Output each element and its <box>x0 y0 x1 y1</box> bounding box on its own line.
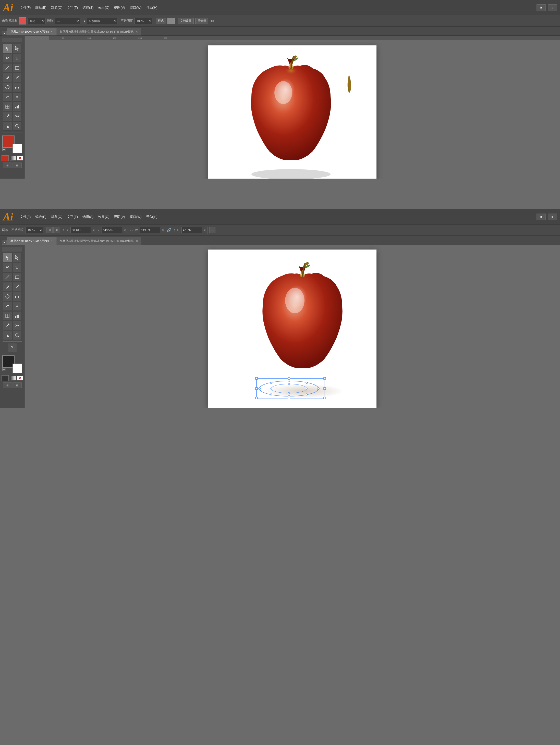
mesh-tool-2[interactable] <box>3 311 12 320</box>
menu-edit-2[interactable]: 编辑(E) <box>35 215 46 219</box>
tab-2-file1[interactable]: 苹果.ai* @ 100% (CMYK/预览) ✕ <box>7 237 56 245</box>
opacity-dropdown-1[interactable]: 100% <box>134 18 152 24</box>
blend-tool[interactable] <box>12 112 22 121</box>
swap-colors-btn-2[interactable]: ⇄ <box>2 368 6 371</box>
menu-file-2[interactable]: 文件(F) <box>20 215 31 219</box>
blend-tool-2[interactable] <box>12 321 22 330</box>
normal-mode-btn-2[interactable] <box>2 375 9 381</box>
workspace-btn[interactable]: ≡ <box>548 4 557 11</box>
menu-effect-1[interactable]: 效果(C) <box>98 5 109 10</box>
preferences-btn[interactable]: 首选项 <box>195 18 208 24</box>
normal-mode-btn[interactable] <box>2 155 9 161</box>
hand-tool[interactable] <box>3 122 12 131</box>
direct-selection-tool[interactable] <box>12 44 22 53</box>
width-tool-2[interactable] <box>12 301 22 311</box>
pencil-tool[interactable] <box>3 73 12 82</box>
menu-type-2[interactable]: 文字(T) <box>67 215 78 219</box>
opacity-dropdown-2[interactable]: 100% <box>25 227 43 233</box>
gradient-mode-btn[interactable] <box>10 156 16 160</box>
pen-tool-2[interactable] <box>3 263 12 272</box>
swap-colors-btn[interactable]: ⇄ <box>2 148 6 151</box>
tab-2-close[interactable]: ✕ <box>51 239 53 242</box>
width-tool[interactable] <box>12 92 22 101</box>
chart-tool[interactable] <box>12 102 22 111</box>
eyedropper-tool[interactable] <box>3 112 12 121</box>
menu-window-2[interactable]: 窗口(W) <box>130 215 142 219</box>
line-tool[interactable] <box>3 63 12 72</box>
artboard-mode-btn-2[interactable]: ⊞ <box>12 383 22 388</box>
tab-1-file2[interactable]: 红苹果与果汁包装设计矢量素材.eps* @ 66.67% (RGB/预览) ✕ <box>56 28 142 35</box>
window-mode-btn-2[interactable]: ▣ <box>536 214 546 220</box>
menu-help-1[interactable]: 帮助(H) <box>146 5 157 10</box>
warp-tool-2[interactable] <box>3 301 12 311</box>
menu-object-2[interactable]: 对象(O) <box>51 215 63 219</box>
menu-select-2[interactable]: 选择(S) <box>83 215 93 219</box>
menu-help-2[interactable]: 帮助(H) <box>146 215 157 219</box>
tab-1-close[interactable]: ✕ <box>51 30 53 33</box>
warp-tool[interactable] <box>3 92 12 101</box>
mesh-tool[interactable] <box>3 102 12 111</box>
menu-window-1[interactable]: 窗口(W) <box>130 5 142 10</box>
stroke-color-2[interactable] <box>12 363 22 373</box>
grid-icon[interactable]: ⊞ <box>53 227 60 233</box>
menu-view-2[interactable]: 视图(V) <box>114 215 125 219</box>
menu-type-1[interactable]: 文字(T) <box>67 5 78 10</box>
tab-2-file2[interactable]: 红苹果与果汁包装设计矢量素材.eps* @ 66.67% (RGB/预览) ✕ <box>56 237 142 245</box>
stroke-width-dropdown[interactable]: — <box>55 18 80 24</box>
tab-scroll-left-2[interactable]: ◀ <box>2 240 7 245</box>
menu-select-1[interactable]: 选择(S) <box>83 5 93 10</box>
menu-object-1[interactable]: 对象(O) <box>51 5 63 10</box>
none-mode-btn[interactable]: ✕ <box>17 156 23 160</box>
selection-tool[interactable] <box>3 44 12 53</box>
line-tool-2[interactable] <box>3 272 12 282</box>
more-options-btn[interactable]: ⋯ <box>209 227 215 233</box>
y-input[interactable]: 149.505 <box>101 227 122 233</box>
hand-tool-2[interactable] <box>3 331 12 340</box>
rect-tool-2[interactable] <box>12 272 22 282</box>
zoom-tool-2[interactable] <box>12 331 22 340</box>
chart-tool-2[interactable] <box>12 311 22 320</box>
brush-name-dropdown[interactable]: 5 点圆形 <box>87 18 117 24</box>
selection-tool-2[interactable] <box>3 253 12 262</box>
unknown-tool[interactable]: ? <box>8 343 17 352</box>
fill-swatch-1[interactable] <box>19 18 26 25</box>
screen-mode-btn-2[interactable]: ⊡ <box>3 383 12 388</box>
pencil-tool-2[interactable] <box>3 282 12 291</box>
transform-icon[interactable]: ⊕ <box>46 227 53 233</box>
gradient-mode-btn-2[interactable] <box>10 376 16 380</box>
tab-scroll-left[interactable]: ◀ <box>2 31 7 35</box>
type-tool[interactable]: T <box>12 54 22 63</box>
w-input[interactable]: 119.598 <box>140 227 160 233</box>
reflect-tool-2[interactable] <box>12 292 22 301</box>
zoom-tool[interactable] <box>12 122 22 131</box>
tab-2-close2[interactable]: ✕ <box>136 239 138 242</box>
rotate-tool-2[interactable] <box>3 292 12 301</box>
pen-tool[interactable] <box>3 54 12 63</box>
none-mode-btn-2[interactable]: ✕ <box>17 376 23 380</box>
tab-1-close2[interactable]: ✕ <box>136 30 138 33</box>
reflect-tool[interactable] <box>12 83 22 92</box>
stroke-color[interactable] <box>12 143 22 153</box>
workspace-btn-2[interactable]: ≡ <box>548 214 557 220</box>
menu-edit-1[interactable]: 编辑(E) <box>35 5 46 10</box>
menu-view-1[interactable]: 视图(V) <box>114 5 125 10</box>
brush-tool-2[interactable] <box>12 282 22 291</box>
direct-selection-tool-2[interactable] <box>12 253 22 262</box>
menu-effect-2[interactable]: 效果(C) <box>98 215 109 219</box>
expand-options-btn[interactable]: ≫ <box>210 18 215 24</box>
eyedropper-tool-2[interactable] <box>3 321 12 330</box>
type-tool-2[interactable]: T <box>12 263 22 272</box>
doc-settings-btn[interactable]: 文档设置 <box>178 18 194 24</box>
brush-dropdown-1[interactable]: 描边 <box>28 18 45 24</box>
h-input[interactable]: 47.397 <box>182 227 202 233</box>
window-mode-btn[interactable]: ▣ <box>536 4 546 11</box>
artboard-mode-btn[interactable]: ⊞ <box>12 163 22 168</box>
tab-1-file1[interactable]: 苹果.ai* @ 100% (CMYK/预览) ✕ <box>7 28 56 35</box>
screen-mode-btn[interactable]: ⊡ <box>3 163 12 168</box>
rotate-tool[interactable] <box>3 83 12 92</box>
menu-file-1[interactable]: 文件(F) <box>20 5 31 10</box>
rect-tool[interactable] <box>12 63 22 72</box>
brush-tool[interactable] <box>12 73 22 82</box>
x-input[interactable]: 88.463 <box>70 227 91 233</box>
style-btn[interactable]: 样式 <box>156 18 166 24</box>
